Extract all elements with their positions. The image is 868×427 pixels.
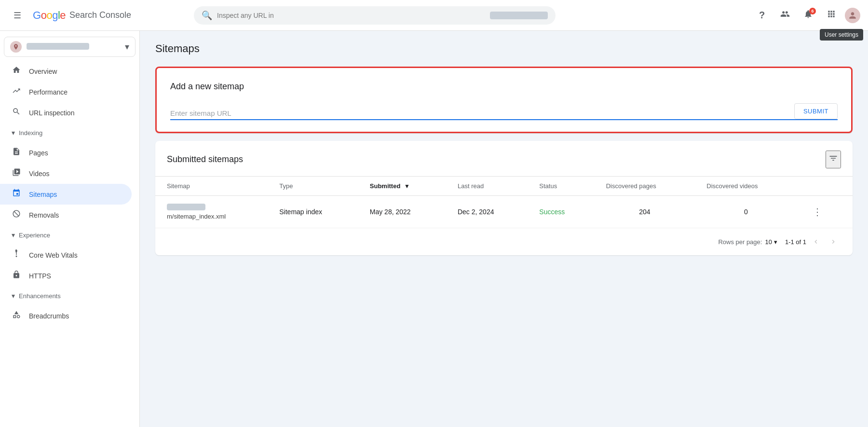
videos-label: Videos xyxy=(29,170,50,178)
videos-icon xyxy=(12,168,21,179)
table-body: m/sitemap_index.xml Sitemap index May 28… xyxy=(155,196,853,228)
sidebar-item-videos[interactable]: Videos xyxy=(0,163,132,184)
nav-indexing: Pages Videos Sitemaps Removals xyxy=(0,142,139,225)
enhancements-chevron-icon: ▾ xyxy=(12,292,15,300)
search-bar-inner: 🔍 xyxy=(194,6,556,25)
help-icon: ? xyxy=(759,10,765,21)
sidebar-item-pages[interactable]: Pages xyxy=(0,142,132,163)
rows-per-page: Rows per page: 10 ▾ xyxy=(718,238,777,246)
col-status: Status xyxy=(528,177,594,196)
topbar-right: ? 6 User settings xyxy=(752,6,860,25)
sidebar-item-breadcrumbs[interactable]: Breadcrumbs xyxy=(0,305,132,326)
performance-label: Performance xyxy=(29,88,68,96)
col-submitted[interactable]: Submitted ▼ xyxy=(358,177,446,196)
apps-button[interactable] xyxy=(822,6,841,25)
rows-per-page-value: 10 xyxy=(765,238,772,246)
property-selector[interactable]: ▾ xyxy=(4,37,136,57)
manage-users-button[interactable] xyxy=(775,6,795,25)
google-wordmark: Google xyxy=(33,9,66,22)
cell-last-read: Dec 2, 2024 xyxy=(446,196,528,228)
rows-per-page-select[interactable]: 10 ▾ xyxy=(765,238,777,246)
table-header: Sitemap Type Submitted ▼ Last read Statu… xyxy=(155,177,853,196)
enhancements-section-header[interactable]: ▾ Enhancements xyxy=(0,288,139,303)
next-page-button[interactable] xyxy=(826,234,841,249)
sidebar-item-url-inspection[interactable]: URL inspection xyxy=(0,102,132,123)
pages-label: Pages xyxy=(29,149,48,157)
col-actions xyxy=(797,177,853,196)
table-header-row: Sitemap Type Submitted ▼ Last read Statu… xyxy=(155,177,853,196)
sitemap-url-blur xyxy=(167,204,256,213)
indexing-label: Indexing xyxy=(19,129,42,137)
sitemaps-label: Sitemaps xyxy=(29,191,57,198)
property-chevron-icon: ▾ xyxy=(125,41,129,52)
apps-grid-icon xyxy=(827,9,836,21)
sidebar-item-overview[interactable]: Overview xyxy=(0,61,132,82)
main-content: Sitemaps Add a new sitemap SUBMIT Submit… xyxy=(140,31,868,427)
product-name: Search Console xyxy=(69,10,131,20)
enhancements-label: Enhancements xyxy=(19,292,61,300)
submitted-card-header: Submitted sitemaps xyxy=(155,141,853,177)
removals-icon xyxy=(12,209,21,220)
submitted-sitemaps-title: Submitted sitemaps xyxy=(167,154,243,165)
url-inspection-icon xyxy=(12,107,21,118)
sidebar-item-removals[interactable]: Removals xyxy=(0,205,132,225)
search-icon: 🔍 xyxy=(202,10,212,21)
sort-arrow-icon: ▼ xyxy=(404,183,410,190)
cell-discovered-videos: 0 xyxy=(695,196,797,228)
breadcrumbs-label: Breadcrumbs xyxy=(29,312,69,320)
notifications-button[interactable]: 6 xyxy=(799,6,818,25)
app-body: ▾ Overview Performance URL inspection xyxy=(0,31,868,427)
status-badge: Success xyxy=(539,208,565,216)
nav-enhancements: Breadcrumbs xyxy=(0,305,139,326)
col-type: Type xyxy=(268,177,358,196)
sidebar-item-https[interactable]: HTTPS xyxy=(0,265,132,286)
cell-sitemap-url: m/sitemap_index.xml xyxy=(155,196,268,228)
rows-per-page-label: Rows per page: xyxy=(718,238,762,246)
sitemap-url-suffix: m/sitemap_index.xml xyxy=(167,213,256,220)
search-bar: 🔍 xyxy=(194,6,556,25)
sitemaps-table: Sitemap Type Submitted ▼ Last read Statu… xyxy=(155,177,853,228)
property-blur xyxy=(27,43,89,50)
cell-status: Success xyxy=(528,196,594,228)
filter-button[interactable] xyxy=(826,151,841,168)
col-discovered-videos: Discovered videos xyxy=(695,177,797,196)
menu-button[interactable]: ☰ xyxy=(8,6,27,25)
rows-per-page-chevron-icon: ▾ xyxy=(774,238,777,246)
experience-section-header[interactable]: ▾ Experience xyxy=(0,227,139,243)
indexing-chevron-icon: ▾ xyxy=(12,129,15,137)
page-title: Sitemaps xyxy=(155,42,853,55)
cell-submitted: May 28, 2022 xyxy=(358,196,446,228)
cell-type: Sitemap index xyxy=(268,196,358,228)
performance-icon xyxy=(12,86,21,97)
pages-icon xyxy=(12,147,21,158)
submit-button[interactable]: SUBMIT xyxy=(794,103,838,119)
sidebar-item-core-web-vitals[interactable]: Core Web Vitals xyxy=(0,245,132,265)
experience-chevron-icon: ▾ xyxy=(12,231,15,239)
sitemap-url-input[interactable] xyxy=(170,107,787,119)
search-input[interactable] xyxy=(217,12,485,19)
sidebar-item-sitemaps[interactable]: Sitemaps xyxy=(0,184,132,205)
core-web-vitals-icon xyxy=(12,249,21,261)
nav-main: Overview Performance URL inspection xyxy=(0,61,139,123)
avatar[interactable] xyxy=(845,8,860,23)
sidebar-item-performance[interactable]: Performance xyxy=(0,82,132,102)
logo[interactable]: Google Search Console xyxy=(33,9,131,22)
sidebar: ▾ Overview Performance URL inspection xyxy=(0,31,140,427)
prev-page-button[interactable] xyxy=(808,234,824,249)
property-text xyxy=(27,43,120,51)
experience-label: Experience xyxy=(19,232,50,239)
https-label: HTTPS xyxy=(29,272,51,280)
search-domain-blur xyxy=(490,12,548,19)
help-button[interactable]: ? xyxy=(752,6,772,25)
overview-icon xyxy=(12,66,21,77)
manage-users-icon xyxy=(780,9,790,21)
col-sitemap: Sitemap xyxy=(155,177,268,196)
nav-experience: Core Web Vitals HTTPS xyxy=(0,245,139,286)
table-footer: Rows per page: 10 ▾ 1-1 of 1 xyxy=(155,228,853,255)
add-sitemap-title: Add a new sitemap xyxy=(170,82,838,92)
topbar-left: ☰ Google Search Console xyxy=(8,6,186,25)
row-more-button[interactable]: ⋮ xyxy=(809,204,826,220)
indexing-section-header[interactable]: ▾ Indexing xyxy=(0,125,139,140)
https-icon xyxy=(12,270,21,281)
topbar: ☰ Google Search Console 🔍 ? 6 xyxy=(0,0,868,31)
